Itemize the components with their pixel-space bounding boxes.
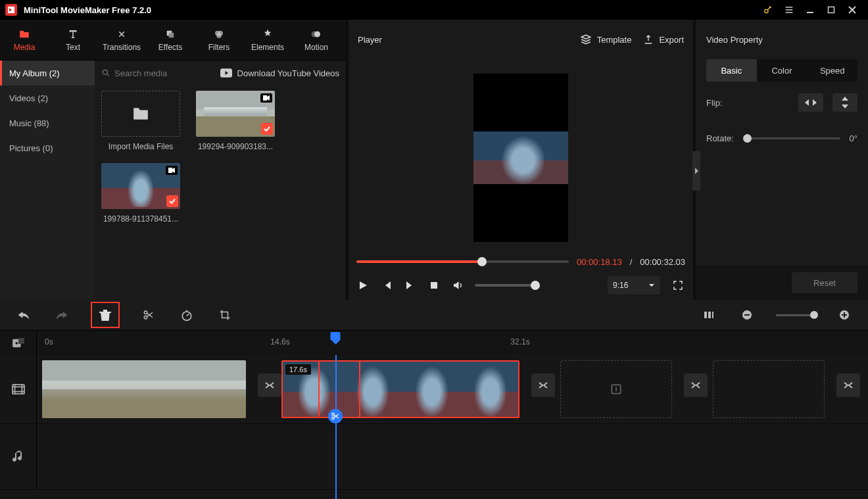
time-separator: / xyxy=(630,257,633,267)
svg-point-6 xyxy=(216,33,222,38)
reset-button[interactable]: Reset xyxy=(792,272,857,293)
menu-icon[interactable] xyxy=(779,0,800,20)
template-button[interactable]: Template xyxy=(580,34,632,45)
property-tab-basic[interactable]: Basic xyxy=(706,59,757,82)
svg-rect-18 xyxy=(708,312,711,318)
timeline-tracks: 17.6s xyxy=(0,355,868,499)
export-button[interactable]: Export xyxy=(643,34,684,45)
crop-button[interactable] xyxy=(216,306,234,324)
next-frame-button[interactable] xyxy=(404,279,417,292)
aspect-ratio-select[interactable]: 9:16 xyxy=(608,276,660,295)
media-item-1[interactable]: 199294-909903183... xyxy=(196,91,275,151)
preview-frame xyxy=(473,131,568,184)
import-caption: Import Media Files xyxy=(101,142,180,151)
transition-slot-3[interactable] xyxy=(684,373,708,397)
tab-filters[interactable]: Filters xyxy=(195,20,243,60)
redo-button[interactable] xyxy=(53,306,71,324)
tab-media[interactable]: Media xyxy=(0,20,49,60)
svg-rect-11 xyxy=(263,95,267,101)
svg-point-0 xyxy=(765,9,768,12)
sidebar-item-my-album[interactable]: My Album (2) xyxy=(0,60,95,85)
media-category-sidebar: My Album (2) Videos (2) Music (88) Pictu… xyxy=(0,60,95,300)
delete-button[interactable] xyxy=(91,302,120,328)
sidebar-item-pictures[interactable]: Pictures (0) xyxy=(0,135,95,160)
clip-duration-badge: 17.6s xyxy=(285,364,311,375)
tab-text[interactable]: Text xyxy=(49,20,97,60)
svg-rect-21 xyxy=(744,314,750,316)
add-track-icon[interactable] xyxy=(0,331,37,355)
preview-viewport[interactable] xyxy=(473,74,568,242)
tab-filters-label: Filters xyxy=(208,43,230,52)
svg-point-9 xyxy=(103,70,107,74)
download-youtube-button[interactable]: Download YouTube Videos xyxy=(220,68,339,78)
import-media-tile[interactable]: Import Media Files xyxy=(101,91,180,151)
svg-rect-24 xyxy=(844,312,845,318)
media-thumbnail xyxy=(101,163,180,209)
undo-button[interactable] xyxy=(14,306,33,324)
scissors-icon[interactable] xyxy=(328,409,343,423)
panel-collapse-button[interactable] xyxy=(692,151,700,191)
play-button[interactable] xyxy=(356,279,370,292)
media-thumbnail xyxy=(196,91,275,137)
check-icon xyxy=(166,195,178,207)
close-button[interactable] xyxy=(842,0,863,20)
zoom-out-button[interactable] xyxy=(738,306,756,324)
folder-icon xyxy=(101,91,180,137)
audio-track-icon[interactable] xyxy=(0,424,37,489)
timeline-ruler[interactable]: 0s 14.6s 32.1s xyxy=(0,330,868,355)
search-media[interactable] xyxy=(101,68,193,78)
timeline-clip-1[interactable] xyxy=(42,360,246,418)
playhead-marker[interactable] xyxy=(331,332,341,345)
volume-slider[interactable] xyxy=(475,284,538,287)
tab-motion-label: Motion xyxy=(304,43,328,52)
clip-placeholder[interactable] xyxy=(560,360,672,418)
rotate-slider[interactable] xyxy=(743,137,840,139)
tab-transitions[interactable]: Transitions xyxy=(97,20,146,60)
split-button[interactable] xyxy=(139,306,158,324)
zoom-in-button[interactable] xyxy=(835,306,854,324)
tab-motion[interactable]: Motion xyxy=(292,20,341,60)
svg-rect-3 xyxy=(169,32,174,37)
tab-effects-label: Effects xyxy=(158,43,182,52)
speed-button[interactable] xyxy=(178,306,196,324)
stop-button[interactable] xyxy=(427,279,441,292)
property-tab-color[interactable]: Color xyxy=(757,59,808,82)
media-item-2[interactable]: 199788-911378451... xyxy=(101,163,180,224)
tool-tabs: Media Text Transitions Effects Filters E… xyxy=(0,20,346,60)
svg-point-16 xyxy=(182,312,191,320)
timeline-clip-2[interactable]: 17.6s xyxy=(281,360,519,418)
media-topbar: Download YouTube Videos xyxy=(95,60,346,85)
sidebar-item-videos[interactable]: Videos (2) xyxy=(0,85,95,110)
ruler-label: 32.1s xyxy=(510,337,529,346)
transition-slot-2[interactable] xyxy=(531,373,555,397)
volume-icon[interactable] xyxy=(451,279,464,292)
svg-rect-17 xyxy=(704,312,707,318)
prev-frame-button[interactable] xyxy=(380,279,393,292)
aspect-value: 9:16 xyxy=(613,281,628,290)
tab-media-label: Media xyxy=(14,43,36,52)
tab-elements[interactable]: Elements xyxy=(243,20,292,60)
clip-placeholder[interactable] xyxy=(713,360,825,418)
flip-horizontal-button[interactable] xyxy=(798,93,823,112)
transition-slot-4[interactable] xyxy=(836,373,860,397)
fit-to-screen-button[interactable] xyxy=(700,306,718,324)
fullscreen-button[interactable] xyxy=(671,278,685,293)
flip-label: Flip: xyxy=(706,98,723,108)
app-logo xyxy=(5,4,17,16)
playback-scrubber[interactable] xyxy=(356,260,569,263)
transition-slot-1[interactable] xyxy=(258,373,281,397)
license-key-icon[interactable] xyxy=(758,0,779,20)
app-title: MiniTool MovieMaker Free 7.2.0 xyxy=(24,5,151,15)
flip-vertical-button[interactable] xyxy=(832,93,857,112)
video-track-icon[interactable] xyxy=(0,355,37,423)
minimize-button[interactable] xyxy=(800,0,821,20)
tab-elements-label: Elements xyxy=(251,43,284,52)
tab-effects[interactable]: Effects xyxy=(146,20,195,60)
sidebar-item-music[interactable]: Music (88) xyxy=(0,110,95,135)
maximize-button[interactable] xyxy=(821,0,842,20)
playhead-line[interactable] xyxy=(335,355,337,499)
property-tab-speed[interactable]: Speed xyxy=(807,59,857,82)
property-panel: Video Property Basic Color Speed Flip: R… xyxy=(696,20,868,300)
zoom-slider[interactable] xyxy=(776,314,815,316)
search-input[interactable] xyxy=(114,68,193,78)
